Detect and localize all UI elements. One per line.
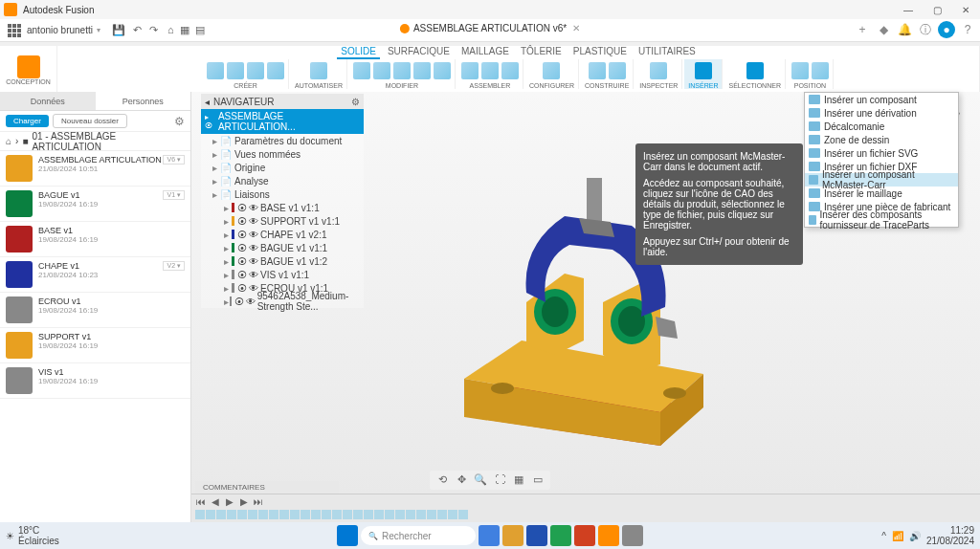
username[interactable]: antonio brunetti	[27, 25, 93, 35]
close-button[interactable]: ✕	[951, 0, 980, 19]
tray-wifi-icon[interactable]: 📶	[892, 531, 903, 541]
taskbar-app3[interactable]	[526, 525, 547, 546]
load-button[interactable]: Charger	[6, 115, 49, 127]
data-item[interactable]: VIS v1 19/08/2024 16:19	[0, 363, 190, 399]
timeline-step[interactable]	[332, 510, 342, 519]
gear-icon[interactable]: ⚙	[174, 115, 185, 128]
tab-close-icon[interactable]: ✕	[572, 23, 580, 33]
tab-surfacique[interactable]: SURFACIQUE	[384, 46, 454, 59]
tray-chevron-icon[interactable]: ^	[881, 531, 886, 541]
joint-icon[interactable]	[461, 62, 479, 79]
timeline-step[interactable]	[206, 510, 215, 519]
align-icon[interactable]	[501, 62, 519, 79]
data-item[interactable]: SUPPORT v1 19/08/2024 16:19	[0, 328, 190, 363]
minimize-button[interactable]: —	[894, 0, 923, 19]
zoom-icon[interactable]: 🔍	[474, 473, 487, 487]
tl-fwd-icon[interactable]: ▶	[238, 496, 250, 508]
weather-widget[interactable]: ☀ 18°C Éclaircies	[6, 525, 59, 546]
taskbar-app2[interactable]	[502, 525, 523, 546]
timeline-step[interactable]	[279, 510, 289, 519]
tree-part[interactable]: ▸⦿👁CHAPE v1 v2:1	[201, 228, 364, 241]
timeline-step[interactable]	[416, 510, 426, 519]
assemble-icon[interactable]	[481, 62, 499, 79]
extrude-icon[interactable]	[247, 62, 264, 79]
timeline-step[interactable]	[216, 510, 226, 519]
box-icon[interactable]	[227, 62, 244, 79]
menu-item[interactable]: Insérer une dérivation	[805, 106, 958, 120]
timeline-step[interactable]	[385, 510, 394, 519]
tl-end-icon[interactable]: ⏭	[253, 496, 264, 508]
automate-icon[interactable]	[310, 62, 327, 79]
system-tray[interactable]: ^ 📶 🔊 11:29 21/08/2024	[881, 525, 974, 546]
save-icon[interactable]: 💾	[112, 24, 125, 36]
timeline-step[interactable]	[311, 510, 321, 519]
timeline-step[interactable]	[290, 510, 300, 519]
taskbar-app1[interactable]	[479, 525, 500, 546]
tab-utilitaires[interactable]: UTILITAIRES	[635, 46, 700, 59]
orbit-icon[interactable]: ⟲	[435, 473, 449, 487]
menu-item[interactable]: Insérer des composants fournisseur de Tr…	[805, 213, 958, 227]
fit-icon[interactable]: ⛶	[493, 473, 506, 487]
tree-part[interactable]: ▸⦿👁BAGUE v1 v1:1	[201, 241, 364, 254]
measure-icon[interactable]	[650, 62, 667, 79]
timeline-step[interactable]	[269, 510, 278, 519]
timeline-step[interactable]	[374, 510, 384, 519]
data-item[interactable]: CHAPE v1 21/08/2024 10:23 V2 ▾	[0, 257, 190, 293]
tree-part[interactable]: ▸⦿👁VIS v1 v1:1	[201, 268, 364, 281]
tree-node[interactable]: ▸📄Liaisons	[201, 187, 364, 201]
conception-menu[interactable]: CONCEPTION	[0, 46, 57, 95]
info-icon[interactable]: ⓘ	[917, 21, 934, 38]
data-item[interactable]: ECROU v1 19/08/2024 16:19	[0, 293, 190, 328]
timeline-step[interactable]	[301, 510, 310, 519]
tab-solide[interactable]: SOLIDE	[337, 46, 380, 59]
redo-icon[interactable]: ↷	[149, 24, 158, 36]
timeline-step[interactable]	[364, 510, 373, 519]
new-folder-button[interactable]: Nouveau dossier	[53, 114, 127, 128]
tree-part[interactable]: ▸⦿👁BASE v1 v1:1	[201, 201, 364, 214]
apps-grid-icon[interactable]	[8, 24, 21, 37]
shell-icon[interactable]	[373, 62, 390, 79]
taskbar-app7[interactable]	[622, 525, 643, 546]
taskbar-search[interactable]: 🔍 Rechercher	[361, 526, 476, 545]
timeline-step[interactable]	[227, 510, 236, 519]
timeline-step[interactable]	[448, 510, 457, 519]
start-button[interactable]	[337, 525, 358, 546]
hole-icon[interactable]	[393, 62, 411, 79]
data-item[interactable]: BAGUE v1 19/08/2024 16:19 V1 ▾	[0, 187, 190, 222]
tl-back-icon[interactable]: ◀	[210, 496, 221, 508]
help-icon[interactable]: ?	[959, 21, 976, 38]
view-icon[interactable]: ▭	[531, 473, 545, 487]
timeline-step[interactable]	[258, 510, 268, 519]
timeline-step[interactable]	[343, 510, 352, 519]
tree-node[interactable]: ▸📄Vues nommées	[201, 147, 364, 161]
tab-maillage[interactable]: MAILLAGE	[457, 46, 513, 59]
modify-icon[interactable]	[434, 62, 451, 79]
pan-icon[interactable]: ✥	[455, 473, 468, 487]
home-icon[interactable]: ⌂	[167, 24, 174, 36]
tab-personnes[interactable]: Personnes	[96, 92, 191, 110]
timeline-step[interactable]	[406, 510, 415, 519]
timeline-step[interactable]	[322, 510, 331, 519]
timeline-step[interactable]	[195, 510, 205, 519]
chevron-down-icon[interactable]: ▾	[97, 26, 100, 34]
tree-node[interactable]: ▸📄Analyse	[201, 174, 364, 187]
browser-gear-icon[interactable]: ⚙	[351, 97, 360, 107]
notifications-icon[interactable]: 🔔	[896, 21, 913, 38]
taskbar-app5[interactable]	[574, 525, 595, 546]
timeline-step[interactable]	[427, 510, 436, 519]
tab-plastique[interactable]: PLASTIQUE	[569, 46, 631, 59]
taskbar-app4[interactable]	[550, 525, 571, 546]
axis-icon[interactable]	[609, 62, 626, 79]
tree-part[interactable]: ▸⦿👁BAGUE v1 v1:2	[201, 254, 364, 268]
browser-root[interactable]: ▸ ⦿ ASSEMBLAGE ARTICULATION...	[201, 109, 364, 134]
tl-start-icon[interactable]: ⏮	[195, 496, 207, 508]
fillet-icon[interactable]	[353, 62, 370, 79]
tree-node[interactable]: ▸📄Paramètres du document	[201, 134, 364, 147]
select-icon[interactable]	[746, 62, 764, 79]
taskbar-app6[interactable]	[598, 525, 619, 546]
sketch-icon[interactable]	[207, 62, 224, 79]
undo-icon[interactable]: ↶	[133, 24, 142, 36]
insert-icon[interactable]	[695, 62, 712, 79]
press-icon[interactable]	[413, 62, 431, 79]
data-item[interactable]: BASE v1 19/08/2024 16:19	[0, 222, 190, 257]
